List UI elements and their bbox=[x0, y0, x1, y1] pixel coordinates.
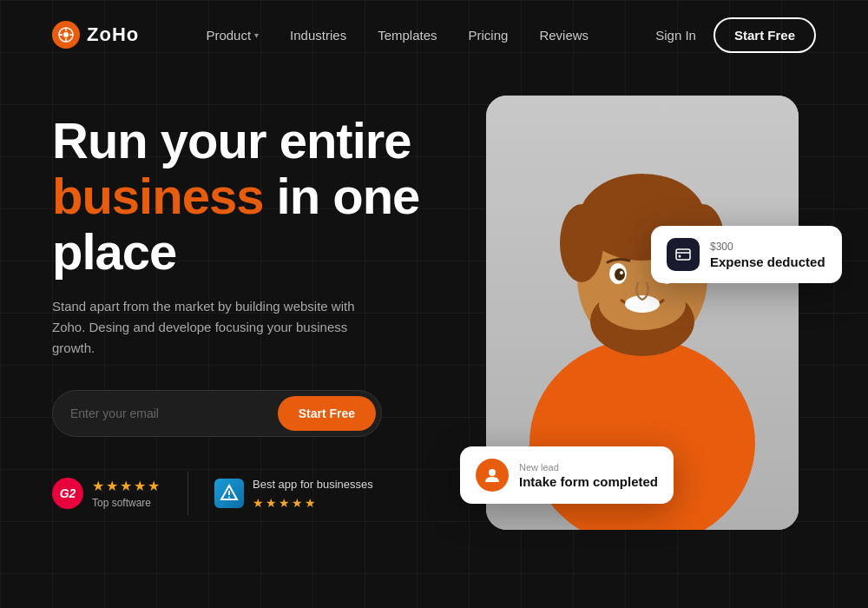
email-input[interactable] bbox=[70, 406, 278, 420]
nav-templates[interactable]: Templates bbox=[378, 28, 437, 43]
sendgrid-label: Best app for businesses bbox=[253, 478, 373, 491]
hero-right: $300 Expense deducted New lead Intake fo… bbox=[469, 78, 816, 599]
lead-content: New lead Intake form completed bbox=[519, 462, 658, 489]
lead-title: Intake form completed bbox=[519, 474, 658, 489]
nav-pricing[interactable]: Pricing bbox=[469, 28, 509, 43]
svg-point-25 bbox=[625, 295, 660, 313]
svg-rect-26 bbox=[676, 249, 690, 260]
nav-product[interactable]: Product ▾ bbox=[206, 28, 259, 43]
lead-avatar bbox=[476, 459, 509, 492]
svg-point-15 bbox=[560, 204, 603, 282]
expense-icon bbox=[667, 238, 700, 271]
logo-text: ZoHo bbox=[87, 23, 139, 46]
expense-content: $300 Expense deducted bbox=[710, 241, 825, 269]
g2-proof: G2 ★★★★★ Top software bbox=[52, 478, 187, 509]
sign-in-button[interactable]: Sign In bbox=[655, 28, 696, 43]
nav-industries[interactable]: Industries bbox=[290, 28, 346, 43]
g2-stars: ★★★★★ bbox=[92, 478, 161, 494]
svg-point-29 bbox=[489, 469, 496, 476]
svg-point-1 bbox=[63, 32, 69, 37]
logo[interactable]: ZoHo bbox=[52, 21, 139, 49]
svg-point-28 bbox=[679, 255, 681, 258]
expense-title: Expense deducted bbox=[710, 254, 825, 269]
proof-divider bbox=[187, 472, 188, 515]
svg-point-8 bbox=[228, 497, 230, 499]
sendgrid-stars: ★★★★★ bbox=[253, 496, 373, 510]
start-free-nav-button[interactable]: Start Free bbox=[713, 17, 816, 53]
lead-notification: New lead Intake form completed bbox=[460, 446, 674, 504]
hero-headline: Run your entire business in one place bbox=[52, 113, 469, 279]
hero-section: Run your entire business in one place St… bbox=[0, 69, 868, 608]
sendgrid-icon bbox=[214, 479, 244, 508]
g2-info: ★★★★★ Top software bbox=[92, 478, 161, 509]
chevron-down-icon: ▾ bbox=[254, 30, 259, 40]
g2-label: Top software bbox=[92, 497, 161, 509]
social-proof: G2 ★★★★★ Top software bbox=[52, 472, 469, 515]
svg-point-23 bbox=[620, 271, 623, 274]
hero-cta-button[interactable]: Start Free bbox=[278, 396, 376, 431]
hero-subtext: Stand apart from the market by building … bbox=[52, 296, 382, 359]
page-wrapper: ZoHo Product ▾ Industries Templates Pric… bbox=[0, 0, 868, 608]
navbar: ZoHo Product ▾ Industries Templates Pric… bbox=[0, 0, 868, 69]
logo-icon bbox=[52, 21, 80, 49]
hero-left: Run your entire business in one place St… bbox=[52, 87, 469, 515]
sendgrid-info: Best app for businesses ★★★★★ bbox=[253, 478, 373, 510]
expense-notification: $300 Expense deducted bbox=[651, 226, 842, 283]
nav-actions: Sign In Start Free bbox=[655, 17, 816, 53]
email-form: Start Free bbox=[52, 390, 382, 437]
svg-point-21 bbox=[615, 268, 625, 281]
lead-sub: New lead bbox=[519, 462, 658, 473]
nav-links: Product ▾ Industries Templates Pricing R… bbox=[206, 28, 589, 43]
sendgrid-proof: Best app for businesses ★★★★★ bbox=[214, 478, 399, 510]
nav-reviews[interactable]: Reviews bbox=[539, 28, 589, 43]
expense-amount: $300 bbox=[710, 241, 825, 253]
g2-badge: G2 bbox=[52, 478, 83, 509]
